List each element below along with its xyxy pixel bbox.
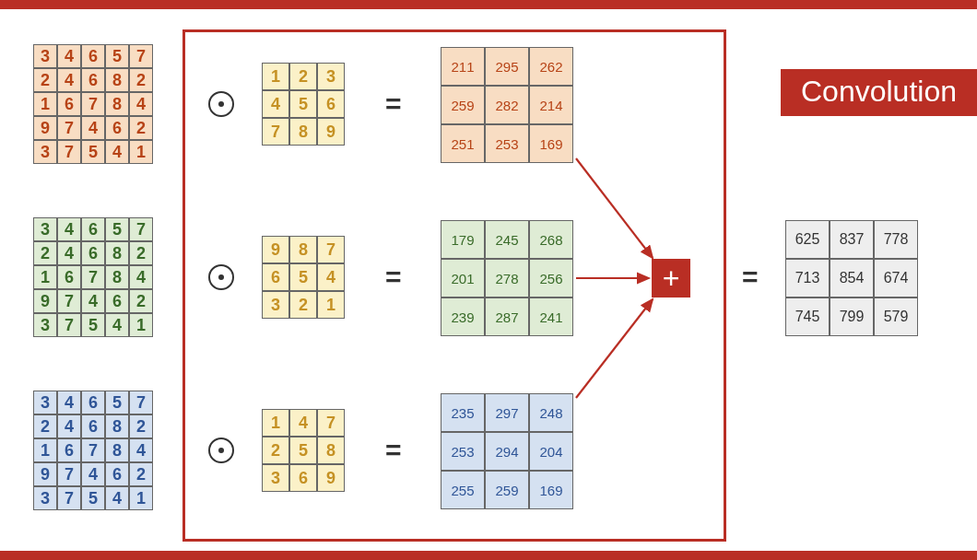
cell: 5: [289, 437, 317, 464]
cell: 1: [129, 140, 153, 164]
cell: 9: [33, 289, 57, 313]
intermediate-2: 179245268201278256239287241: [441, 220, 573, 336]
cell: 287: [485, 298, 529, 336]
cell: 778: [874, 220, 918, 259]
cell: 579: [874, 298, 918, 336]
cell: 2: [129, 68, 153, 92]
cell: 4: [57, 217, 81, 241]
input-channel-2: 3465724682167849746237541: [33, 217, 153, 337]
cell: 6: [81, 414, 105, 438]
cell: 2: [33, 241, 57, 265]
equals-final: =: [742, 262, 759, 293]
cell: 4: [105, 313, 129, 337]
cell: 6: [105, 116, 129, 140]
cell: 4: [129, 92, 153, 116]
cell: 2: [129, 289, 153, 313]
cell: 248: [529, 393, 573, 432]
cell: 6: [57, 265, 81, 289]
cell: 253: [485, 124, 529, 163]
cell: 6: [105, 289, 129, 313]
cell: 8: [105, 241, 129, 265]
intermediate-1: 211295262259282214251253169: [441, 47, 573, 163]
cell: 169: [529, 124, 573, 163]
cell: 268: [529, 220, 573, 259]
cell: 1: [129, 486, 153, 510]
cell: 1: [33, 92, 57, 116]
cell: 7: [57, 116, 81, 140]
cell: 4: [289, 409, 317, 437]
equals-3: =: [385, 435, 402, 466]
cell: 2: [129, 241, 153, 265]
cell: 253: [441, 432, 485, 471]
cell: 3: [33, 391, 57, 414]
cell: 6: [57, 92, 81, 116]
cell: 278: [485, 259, 529, 298]
cell: 259: [441, 86, 485, 124]
cell: 239: [441, 298, 485, 336]
cell: 4: [129, 438, 153, 462]
cell: 245: [485, 220, 529, 259]
cell: 5: [105, 217, 129, 241]
cell: 256: [529, 259, 573, 298]
cell: 6: [81, 68, 105, 92]
cell: 2: [289, 63, 317, 90]
cell: 8: [105, 92, 129, 116]
cell: 4: [57, 391, 81, 414]
cell: 255: [441, 471, 485, 509]
cell: 3: [33, 140, 57, 164]
cell: 3: [262, 464, 289, 492]
cell: 6: [317, 90, 345, 118]
cell: 1: [317, 291, 345, 319]
cell: 3: [33, 44, 57, 68]
cell: 7: [57, 462, 81, 486]
cell: 7: [317, 409, 345, 437]
cell: 9: [317, 118, 345, 146]
cell: 4: [81, 289, 105, 313]
cell: 7: [262, 118, 289, 146]
cell: 9: [317, 464, 345, 492]
cell: 4: [81, 116, 105, 140]
cell: 625: [785, 220, 830, 259]
kernel-3: 147258369: [262, 409, 345, 492]
cell: 3: [33, 313, 57, 337]
cell: 4: [81, 462, 105, 486]
cell: 3: [33, 217, 57, 241]
cell: 204: [529, 432, 573, 471]
cell: 8: [105, 438, 129, 462]
cell: 8: [289, 118, 317, 146]
cell: 9: [33, 462, 57, 486]
cell: 6: [81, 391, 105, 414]
cell: 2: [289, 291, 317, 319]
cell: 6: [105, 462, 129, 486]
cell: 4: [105, 486, 129, 510]
cell: 6: [57, 438, 81, 462]
cell: 7: [57, 140, 81, 164]
cell: 1: [262, 409, 289, 437]
input-channel-3: 3465724682167849746237541: [33, 391, 153, 510]
hadamard-op-2: [208, 264, 234, 290]
cell: 745: [785, 298, 830, 336]
cell: 7: [81, 265, 105, 289]
cell: 5: [81, 140, 105, 164]
cell: 4: [262, 90, 289, 118]
hadamard-op-1: [208, 91, 234, 117]
equals-2: =: [385, 262, 402, 293]
cell: 8: [317, 437, 345, 464]
kernel-1: 123456789: [262, 63, 345, 146]
cell: 5: [289, 263, 317, 291]
cell: 854: [830, 259, 874, 298]
cell: 7: [57, 486, 81, 510]
cell: 2: [33, 414, 57, 438]
kernel-2: 987654321: [262, 236, 345, 319]
cell: 262: [529, 47, 573, 86]
cell: 837: [830, 220, 874, 259]
cell: 1: [129, 313, 153, 337]
cell: 2: [262, 437, 289, 464]
cell: 2: [129, 462, 153, 486]
cell: 7: [129, 44, 153, 68]
cell: 214: [529, 86, 573, 124]
cell: 259: [485, 471, 529, 509]
cell: 282: [485, 86, 529, 124]
cell: 2: [129, 414, 153, 438]
cell: 5: [81, 313, 105, 337]
